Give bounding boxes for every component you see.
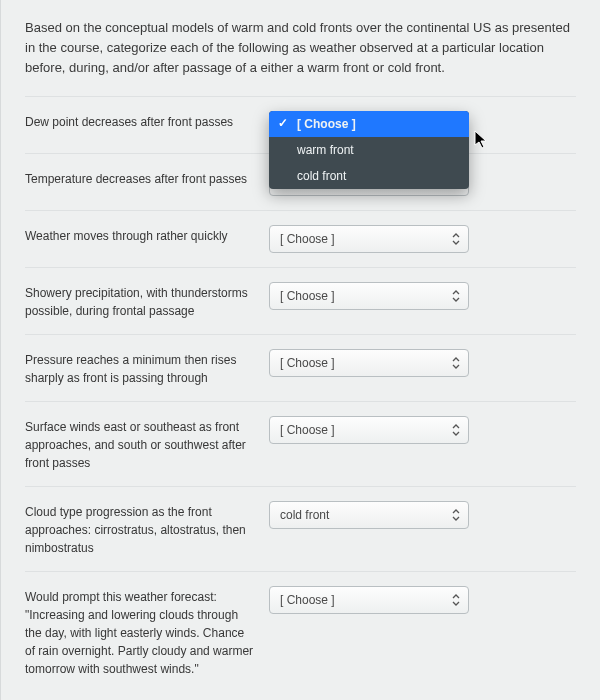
selector-cell: [ Choose ] — [269, 282, 576, 310]
row-prompt: Showery precipitation, with thunderstorm… — [25, 282, 255, 320]
selector-cell: cold front — [269, 501, 576, 529]
answer-select[interactable]: [ Choose ] — [269, 586, 469, 614]
row-prompt: Weather moves through rather quickly — [25, 225, 255, 245]
selector-cell: [ Choose ] [ Choose ] warm front cold fr… — [269, 111, 576, 139]
select-value: [ Choose ] — [280, 289, 335, 303]
question-row: Dew point decreases after front passes [… — [25, 96, 576, 153]
question-row: Pressure reaches a minimum then rises sh… — [25, 334, 576, 401]
answer-select[interactable]: [ Choose ] — [269, 416, 469, 444]
updown-icon — [448, 591, 464, 609]
question-container: Based on the conceptual models of warm a… — [0, 0, 600, 700]
row-prompt: Surface winds east or southeast as front… — [25, 416, 255, 472]
updown-icon — [448, 421, 464, 439]
cursor-icon — [474, 130, 490, 153]
updown-icon — [448, 506, 464, 524]
row-prompt: Cloud type progression as the front appr… — [25, 501, 255, 557]
dropdown-option-warm[interactable]: warm front — [269, 137, 469, 163]
select-value: cold front — [280, 508, 329, 522]
dropdown-option-cold[interactable]: cold front — [269, 163, 469, 189]
select-value: [ Choose ] — [280, 423, 335, 437]
question-row: Weather moves through rather quickly [ C… — [25, 210, 576, 267]
updown-icon — [448, 354, 464, 372]
dropdown-menu[interactable]: [ Choose ] warm front cold front — [269, 111, 469, 189]
selector-cell: [ Choose ] — [269, 416, 576, 444]
question-row: Showery precipitation, with thunderstorm… — [25, 267, 576, 334]
dropdown-option-choose[interactable]: [ Choose ] — [269, 111, 469, 137]
select-value: [ Choose ] — [280, 593, 335, 607]
row-prompt: Dew point decreases after front passes — [25, 111, 255, 131]
select-value: [ Choose ] — [280, 356, 335, 370]
answer-select[interactable]: [ Choose ] — [269, 282, 469, 310]
select-value: [ Choose ] — [280, 232, 335, 246]
question-stem: Based on the conceptual models of warm a… — [25, 18, 576, 78]
updown-icon — [448, 287, 464, 305]
question-row: Cloud type progression as the front appr… — [25, 486, 576, 571]
answer-select[interactable]: cold front — [269, 501, 469, 529]
selector-cell: [ Choose ] — [269, 586, 576, 614]
selector-cell: [ Choose ] — [269, 349, 576, 377]
answer-select[interactable]: [ Choose ] — [269, 225, 469, 253]
selector-cell: [ Choose ] — [269, 225, 576, 253]
row-prompt: Pressure reaches a minimum then rises sh… — [25, 349, 255, 387]
answer-select[interactable]: [ Choose ] — [269, 349, 469, 377]
row-prompt: Would prompt this weather forecast: "Inc… — [25, 586, 255, 678]
row-prompt: Temperature decreases after front passes — [25, 168, 255, 188]
updown-icon — [448, 230, 464, 248]
question-row: Surface winds east or southeast as front… — [25, 401, 576, 486]
question-row: Would prompt this weather forecast: "Inc… — [25, 571, 576, 678]
